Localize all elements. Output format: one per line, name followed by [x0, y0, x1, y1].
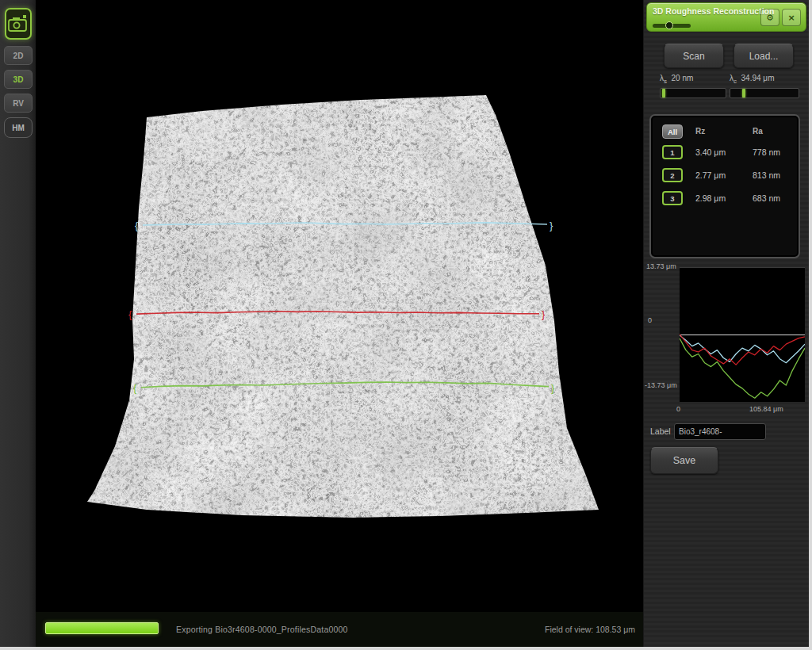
rz-value: 2.98 μm	[695, 193, 726, 203]
x-axis-max-label: 105.84 μm	[749, 405, 783, 413]
panel-header: 3D Roughness Reconstruction ⚙ ×	[646, 2, 806, 32]
view-hm-button[interactable]: HM	[4, 117, 33, 138]
lambda-s-label: λs 20 nm	[660, 74, 726, 86]
ra-value: 813 nm	[753, 170, 780, 180]
ra-value: 778 nm	[753, 147, 780, 157]
field-of-view-label: Field of view: 108.53 μm	[545, 625, 635, 634]
panel-mini-slider[interactable]	[653, 24, 691, 28]
scan-button[interactable]: Scan	[664, 44, 724, 68]
svg-text:}: }	[550, 220, 553, 231]
table-row: 3 2.98 μm 683 nm	[657, 190, 792, 213]
table-row: 1 3.40 μm 778 nm	[657, 144, 792, 167]
svg-text:{: {	[133, 382, 137, 394]
svg-text:}: }	[551, 382, 555, 394]
profile-1-button[interactable]: 1	[662, 145, 683, 159]
lambda-s-handle[interactable]	[662, 89, 665, 98]
profile-2-button[interactable]: 2	[662, 168, 683, 182]
rz-value: 3.40 μm	[695, 147, 726, 157]
profile-chart	[680, 267, 805, 402]
lambda-c-handle[interactable]	[742, 89, 745, 98]
3d-surface-reconstruction: {}{}{}	[83, 91, 607, 519]
status-bar: Exporting Bio3r4608-0000_ProfilesData000…	[36, 612, 646, 647]
svg-text:{: {	[135, 220, 139, 231]
export-progress-bar	[45, 622, 159, 634]
lambda-c-label: λc 34.94 μm	[730, 74, 799, 86]
view-3d-button[interactable]: 3D	[4, 70, 33, 89]
lambda-s-slider[interactable]	[660, 88, 726, 98]
select-all-profiles-button[interactable]: All	[662, 124, 683, 139]
lambda-c-control: λc 34.94 μm	[730, 74, 799, 98]
svg-text:{: {	[128, 308, 132, 320]
ra-value: 683 nm	[753, 193, 780, 203]
y-axis-zero-label: 0	[648, 316, 652, 324]
lambda-c-slider[interactable]	[730, 88, 799, 98]
svg-text:}: }	[542, 308, 546, 320]
app-window: 2D 3D RV HM	[0, 0, 812, 650]
results-table: All Rz Ra 1 3.40 μm 778 nm 2 2.77 μm 813…	[649, 114, 800, 258]
rz-value: 2.77 μm	[695, 170, 726, 180]
y-axis-max-label: 13.73 μm	[646, 262, 676, 270]
table-row: 2 2.77 μm 813 nm	[657, 167, 792, 190]
view-2d-button[interactable]: 2D	[4, 46, 33, 65]
close-button[interactable]: ×	[782, 9, 801, 26]
panel-title: 3D Roughness Reconstruction	[653, 6, 774, 16]
settings-button[interactable]: ⚙	[760, 9, 779, 26]
export-status-text: Exporting Bio3r4608-0000_ProfilesData000…	[176, 625, 348, 634]
close-icon: ×	[787, 13, 795, 23]
camera-icon	[7, 14, 29, 33]
label-input[interactable]	[674, 423, 766, 440]
table-header-row: All Rz Ra	[657, 124, 792, 144]
tool-sidebar: 2D 3D RV HM	[0, 0, 36, 647]
column-header-ra: Ra	[753, 127, 763, 136]
view-rv-button[interactable]: RV	[4, 94, 33, 113]
slider-knob[interactable]	[665, 21, 673, 29]
profile-3-button[interactable]: 3	[662, 191, 683, 205]
label-caption: Label	[650, 426, 671, 436]
3d-viewport[interactable]: {}{}{} Exporting Bio3r4608-0000_Profiles…	[36, 0, 646, 650]
lambda-s-value: 20 nm	[672, 74, 694, 82]
x-axis-min-label: 0	[676, 405, 680, 413]
lambda-s-control: λs 20 nm	[660, 74, 726, 98]
column-header-rz: Rz	[695, 127, 705, 136]
lambda-c-value: 34.94 μm	[741, 74, 775, 82]
y-axis-min-label: -13.73 μm	[645, 381, 677, 389]
load-button[interactable]: Load...	[733, 44, 794, 68]
gear-icon: ⚙	[766, 13, 774, 23]
roughness-panel: 3D Roughness Reconstruction ⚙ × Scan Loa…	[643, 0, 809, 647]
camera-tool-button[interactable]	[5, 8, 32, 40]
save-button[interactable]: Save	[650, 447, 718, 474]
